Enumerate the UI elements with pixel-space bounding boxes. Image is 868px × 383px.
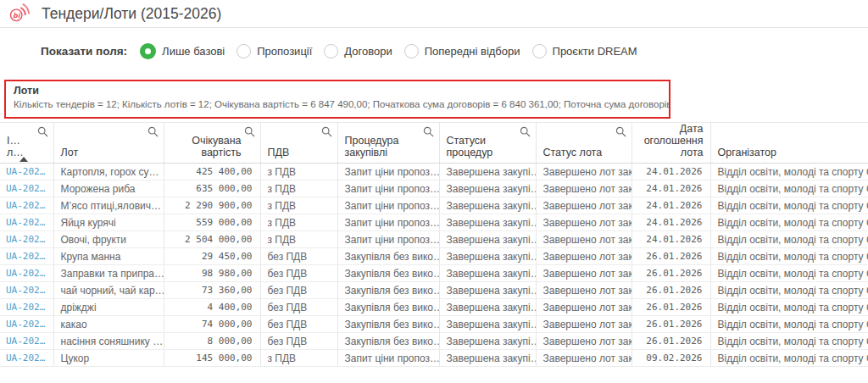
procedure-cell[interactable]: Закупівля без вико… [337,316,439,333]
search-icon[interactable] [321,126,332,137]
organizer-cell[interactable]: Відділ освіти, молоді та спорту Савр [710,282,868,299]
lot-name-cell[interactable]: Овочі, фрукти [53,231,164,248]
col-vat[interactable]: ПДВ [260,123,337,164]
announce-date-cell[interactable]: 24.01.2026 [632,180,710,197]
lot-status-cell[interactable]: Завершено лот зак… [536,197,632,214]
procedure-status-cell[interactable]: Завершена закупі… [439,214,536,231]
organizer-cell[interactable]: Відділ освіти, молоді та спорту Савр [710,231,868,248]
lot-name-cell[interactable]: М’ясо птиці,ялович… [53,197,164,214]
lot-id-link[interactable]: UA-202… [0,164,53,180]
announce-date-cell[interactable]: 26.01.2026 [632,248,710,265]
lot-id-link[interactable]: UA-202… [0,350,53,367]
announce-date-cell[interactable]: 24.01.2026 [632,164,710,180]
expected-value-cell[interactable]: 425 400,00 [164,164,260,180]
expected-value-cell[interactable]: 635 000,00 [164,180,260,197]
lot-id-link[interactable]: UA-202… [0,248,53,265]
vat-cell[interactable]: з ПДВ [260,197,337,214]
lot-status-cell[interactable]: Завершено лот зак… [536,231,632,248]
radio-option-1[interactable]: Пропозиції [236,44,312,58]
lot-id-link[interactable]: UA-202… [0,299,53,316]
radio-option-0[interactable]: Лише базові [140,43,225,59]
lot-id-link[interactable]: UA-202… [0,214,53,231]
search-icon[interactable] [37,126,48,137]
announce-date-cell[interactable]: 26.01.2026 [632,333,710,350]
search-icon[interactable] [520,126,531,137]
bi-logo-icon[interactable]: bi [7,2,31,25]
organizer-cell[interactable]: Відділ освіти, молоді та спорту Савр [710,164,868,180]
vat-cell[interactable]: з ПДВ [260,350,337,367]
organizer-cell[interactable]: Відділ освіти, молоді та спорту Савр [710,180,868,197]
procedure-status-cell[interactable]: Завершена закупі… [439,350,536,367]
lot-status-cell[interactable]: Завершено лот зак… [536,265,632,282]
procedure-status-cell[interactable]: Завершена закупі… [439,265,536,282]
vat-cell[interactable]: без ПДВ [260,282,337,299]
organizer-cell[interactable]: Відділ освіти, молоді та спорту Савр [710,248,868,265]
procedure-cell[interactable]: Запит ціни пропоз… [337,197,439,214]
lot-name-cell[interactable]: Цукор [53,350,164,367]
radio-selected-icon[interactable] [140,43,156,59]
search-icon[interactable] [615,126,626,137]
lot-name-cell[interactable]: Яйця курячі [53,214,164,231]
expected-value-cell[interactable]: 29 450,00 [164,248,260,265]
col-announce-date[interactable]: Дата оголошення лота [632,123,710,164]
announce-date-cell[interactable]: 26.01.2026 [632,299,710,316]
lot-id-link[interactable]: UA-202… [0,265,53,282]
search-icon[interactable] [244,126,255,137]
vat-cell[interactable]: з ПДВ [260,180,337,197]
lot-name-cell[interactable]: какао [53,316,164,333]
lot-id-link[interactable]: UA-202… [0,316,53,333]
procedure-status-cell[interactable]: Завершена закупі… [439,299,536,316]
procedure-cell[interactable]: Запит ціни пропоз… [337,180,439,197]
lot-status-cell[interactable]: Завершено лот зак… [536,350,632,367]
search-icon[interactable] [423,126,434,137]
organizer-cell[interactable]: Відділ освіти, молоді та спорту Савр [710,197,868,214]
lot-id-link[interactable]: UA-202… [0,333,53,350]
announce-date-cell[interactable]: 26.01.2026 [632,265,710,282]
lot-name-cell[interactable]: Крупа манна [53,248,164,265]
vat-cell[interactable]: без ПДВ [260,265,337,282]
procedure-cell[interactable]: Закупівля без вико… [337,333,439,350]
procedure-status-cell[interactable]: Завершена закупі… [439,282,536,299]
lot-status-cell[interactable]: Завершено лот зак… [536,248,632,265]
expected-value-cell[interactable]: 2 290 900,00 [164,197,260,214]
lot-name-cell[interactable]: Заправки та припра… [53,265,164,282]
lot-status-cell[interactable]: Завершено лот зак… [536,333,632,350]
search-icon[interactable] [147,126,159,137]
lot-id-link[interactable]: UA-202… [0,282,53,299]
lot-name-cell[interactable]: Морожена риба [53,180,164,197]
organizer-cell[interactable]: Відділ освіти, молоді та спорту Савр [710,333,868,350]
procedure-status-cell[interactable]: Завершена закупі… [439,248,536,265]
announce-date-cell[interactable]: 09.02.2026 [632,350,710,367]
expected-value-cell[interactable]: 74 000,00 [164,316,260,333]
vat-cell[interactable]: з ПДВ [260,231,337,248]
lot-status-cell[interactable]: Завершено лот зак… [536,316,632,333]
lot-status-cell[interactable]: Завершено лот зак… [536,214,632,231]
vat-cell[interactable]: без ПДВ [260,248,337,265]
procedure-cell[interactable]: Закупівля без вико… [337,282,439,299]
radio-option-4[interactable]: Проєкти DREAM [532,44,637,58]
expected-value-cell[interactable]: 4 400,00 [164,299,260,316]
lot-name-cell[interactable]: дріжджі [53,299,164,316]
lot-status-cell[interactable]: Завершено лот зак… [536,282,632,299]
expected-value-cell[interactable]: 98 980,00 [164,265,260,282]
lot-status-cell[interactable]: Завершено лот зак… [536,180,632,197]
radio-option-3[interactable]: Попередні відбори [404,44,520,58]
procedure-cell[interactable]: Запит ціни пропоз… [337,231,439,248]
radio-unselected-icon[interactable] [236,44,251,58]
radio-unselected-icon[interactable] [404,44,419,58]
vat-cell[interactable]: без ПДВ [260,333,337,350]
expected-value-cell[interactable]: 559 000,00 [164,214,260,231]
lot-name-cell[interactable]: чай чорний, чай кар… [53,282,164,299]
col-lot-id[interactable]: І… л… [0,123,53,164]
col-expected-value[interactable]: Очікувана вартість [164,123,260,164]
radio-unselected-icon[interactable] [532,44,547,58]
organizer-cell[interactable]: Відділ освіти, молоді та спорту Савр [710,214,868,231]
vat-cell[interactable]: з ПДВ [260,164,337,180]
col-lot[interactable]: Лот [53,123,164,164]
lot-id-link[interactable]: UA-202… [0,180,53,197]
procedure-status-cell[interactable]: Завершена закупі… [439,197,536,214]
expected-value-cell[interactable]: 73 360,00 [164,282,260,299]
organizer-cell[interactable]: Відділ освіти, молоді та спорту Савр [710,316,868,333]
expected-value-cell[interactable]: 8 000,00 [164,333,260,350]
lots-summary-box[interactable]: Лоти Кількість тендерів = 12; Кількість … [4,80,670,119]
